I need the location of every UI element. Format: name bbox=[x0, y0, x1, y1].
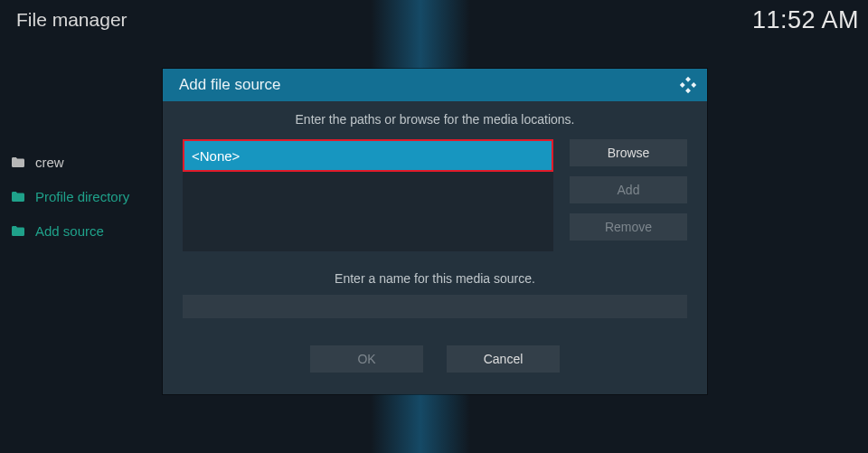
top-bar: File manager 11:52 AM bbox=[0, 0, 868, 40]
clock: 11:52 AM bbox=[752, 6, 859, 34]
folder-icon bbox=[12, 192, 24, 202]
folder-icon bbox=[12, 226, 24, 236]
name-instruction: Enter a name for this media source. bbox=[183, 271, 687, 286]
kodi-logo-icon bbox=[678, 75, 698, 95]
paths-instruction: Enter the paths or browse for the media … bbox=[183, 112, 687, 127]
sidebar-item-label: crew bbox=[35, 155, 64, 170]
sidebar-item-crew[interactable]: crew bbox=[7, 145, 134, 179]
add-button[interactable]: Add bbox=[570, 176, 687, 203]
ok-button[interactable]: OK bbox=[310, 345, 423, 373]
add-file-source-dialog: Add file source Enter the paths or brows… bbox=[163, 69, 707, 394]
sidebar-item-add-source[interactable]: Add source bbox=[7, 213, 134, 248]
sidebar-item-profile-directory[interactable]: Profile directory bbox=[7, 179, 134, 213]
sidebar: crew Profile directory Add source bbox=[7, 145, 134, 248]
dialog-body: Enter the paths or browse for the media … bbox=[163, 101, 707, 394]
dialog-title: Add file source bbox=[179, 76, 280, 94]
path-action-buttons: Browse Add Remove bbox=[570, 139, 687, 251]
folder-icon bbox=[12, 157, 24, 167]
sidebar-item-label: Add source bbox=[35, 223, 104, 239]
paths-list[interactable]: <None> bbox=[183, 139, 553, 251]
dialog-footer-buttons: OK Cancel bbox=[183, 345, 687, 373]
sidebar-item-label: Profile directory bbox=[35, 189, 129, 204]
source-name-input[interactable] bbox=[183, 295, 687, 318]
paths-row: <None> Browse Add Remove bbox=[183, 139, 687, 251]
remove-button[interactable]: Remove bbox=[570, 213, 687, 241]
page-title: File manager bbox=[16, 9, 127, 31]
path-entry-selected[interactable]: <None> bbox=[183, 139, 553, 172]
browse-button[interactable]: Browse bbox=[570, 139, 687, 166]
path-entry-value: <None> bbox=[192, 148, 240, 164]
cancel-button[interactable]: Cancel bbox=[447, 345, 560, 373]
dialog-header: Add file source bbox=[163, 69, 707, 101]
